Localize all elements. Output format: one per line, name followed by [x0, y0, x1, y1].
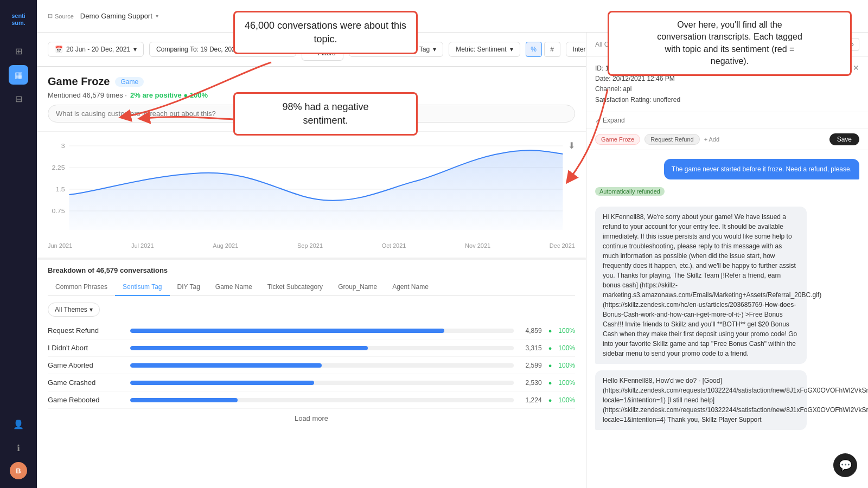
source-caret: ▾ [156, 13, 158, 19]
tag-game-froze[interactable]: Game Froze [595, 134, 640, 145]
metric-caret: ▾ [510, 46, 513, 53]
breakdown-area: Breakdown of 46,579 conversations Common… [37, 258, 586, 488]
auto-label-container: Automatically refunded [595, 186, 665, 200]
tab-agent-name[interactable]: Agent Name [385, 279, 436, 296]
x-label-dec: Dec 2021 [550, 242, 575, 249]
row-count: 4,859 [520, 327, 542, 335]
metric-toggle: % # [526, 42, 560, 57]
message-agent-1: Hi KFennell88, We're sorry about your ga… [595, 207, 807, 364]
topic-header: Game Froze Game [48, 75, 575, 88]
expand-btn[interactable]: ↗ Expand [586, 112, 868, 129]
x-label-jul: Jul 2021 [131, 242, 154, 249]
metric-filter[interactable]: Metric: Sentiment ▾ [449, 42, 520, 57]
interval-label: Interval: Monthly [573, 46, 586, 53]
load-more-btn[interactable]: Load more [48, 409, 575, 428]
breakdown-title: Breakdown of 46,579 conversations [48, 260, 575, 279]
row-label: Request Refund [48, 326, 124, 335]
right-panel: All Conversations › Game Froze ‹ › ✕ ID:… [586, 33, 868, 488]
x-label-nov: Nov 2021 [465, 242, 490, 249]
date-range-filter[interactable]: 📅 20 Jun - 20 Dec, 2021 ▾ [48, 42, 144, 57]
calendar-icon: 📅 [55, 46, 63, 53]
close-conv-btn[interactable]: ✕ [853, 63, 859, 72]
chart-x-labels: Jun 2021 Jul 2021 Aug 2021 Sep 2021 Oct … [48, 242, 575, 249]
positive-icon: ● [548, 380, 552, 386]
annotation-sentiment: 98% had a negativesentiment. [233, 92, 418, 136]
sidebar-icon-chart[interactable]: ▦ [9, 65, 28, 85]
row-count: 3,315 [520, 344, 542, 352]
tab-common-phrases[interactable]: Common Phrases [48, 279, 115, 296]
dimension-caret: ▾ [433, 46, 436, 53]
date-caret: ▾ [133, 46, 137, 53]
tab-group-name[interactable]: Group_Name [330, 279, 385, 296]
svg-text:1.5: 1.5 [55, 186, 65, 192]
table-row: Game Rebooted 1,224 ● 100% [48, 391, 575, 409]
x-label-sep: Sep 2021 [297, 242, 323, 249]
source-selector[interactable]: Demo Gaming Support ▾ [80, 12, 158, 20]
row-pct: 100% [558, 379, 575, 387]
all-themes-label: All Themes [55, 306, 87, 313]
sidebar-avatar[interactable]: B [10, 462, 27, 479]
sidebar-icon-person[interactable]: 👤 [9, 414, 28, 434]
row-count: 2,599 [520, 362, 542, 369]
x-label-aug: Aug 2021 [213, 242, 238, 249]
bar-track [130, 398, 514, 402]
tab-diy-tag[interactable]: DIY Tag [170, 279, 208, 296]
chart-area: ⬇ 3 2.25 1.5 0.75 [37, 131, 586, 258]
date-range-label: 20 Jun - 20 Dec, 2021 [66, 46, 130, 53]
download-icon[interactable]: ⬇ [568, 140, 575, 151]
row-label: I Didn't Abort [48, 344, 124, 352]
table-row: Request Refund 4,859 ● 100% [48, 322, 575, 339]
auto-label: Automatically refunded [595, 187, 665, 196]
all-themes-caret: ▾ [90, 306, 93, 313]
tag-request-refund[interactable]: Request Refund [644, 134, 700, 145]
database-icon: ⊟ [48, 12, 53, 20]
svg-text:3: 3 [61, 143, 65, 149]
metric-label: Metric: Sentiment [456, 46, 506, 53]
messages-area: The game never started before it froze. … [586, 150, 868, 439]
tab-game-name[interactable]: Game Name [208, 279, 260, 296]
bar-fill [130, 329, 444, 333]
positive-icon: ● [548, 397, 552, 403]
line-chart: 3 2.25 1.5 0.75 [48, 140, 575, 238]
sidebar-icon-grid[interactable]: ⊟ [9, 89, 28, 108]
source-name: Demo Gaming Support [80, 12, 152, 20]
conv-channel: Channel: api [595, 84, 859, 94]
save-btn[interactable]: Save [829, 133, 859, 145]
positive-icon: ● [548, 362, 552, 369]
row-pct: 100% [558, 327, 575, 335]
bar-track [130, 346, 514, 350]
positive-icon: ● [548, 328, 552, 334]
conv-satisfaction: Satisfaction Rating: unoffered [595, 95, 859, 105]
topic-tag: Game [115, 77, 144, 87]
conversation-detail: ✕ ID: 10322244 Date: 20/12/2021 12:46 PM… [586, 57, 868, 488]
chat-widget-btn[interactable]: 💬 [833, 453, 857, 477]
table-row: I Didn't Abort 3,315 ● 100% [48, 339, 575, 357]
svg-text:2.25: 2.25 [52, 164, 65, 171]
tab-ticket-sub[interactable]: Ticket Subcategory [260, 279, 330, 296]
tab-sentisum-tag[interactable]: Sentisum Tag [115, 279, 170, 296]
bar-container [130, 329, 514, 333]
content-area: 📅 20 Jun - 20 Dec, 2021 ▾ Comparing To: … [37, 33, 868, 488]
x-label-oct: Oct 2021 [382, 242, 406, 249]
stats-text: Mentioned 46,579 times · [48, 91, 127, 99]
breakdown-tabs: Common Phrases Sentisum Tag DIY Tag Game… [48, 279, 575, 296]
logo-text: sentisum. [11, 12, 25, 27]
message-agent-2: Hello KFennell88, How'd we do? - [Good] … [595, 370, 807, 430]
bar-container [130, 398, 514, 402]
bar-fill [130, 381, 314, 385]
row-pct: 100% [558, 362, 575, 369]
pct-toggle[interactable]: % [526, 42, 542, 57]
bar-track [130, 329, 514, 333]
interval-filter[interactable]: Interval: Monthly ▾ [566, 42, 586, 57]
svg-text:0.75: 0.75 [52, 208, 65, 214]
annotation-conversations: 46,000 conversations were about this top… [233, 11, 418, 54]
all-themes-btn[interactable]: All Themes ▾ [48, 303, 100, 317]
table-row: Game Crashed 2,530 ● 100% [48, 374, 575, 391]
hash-toggle[interactable]: # [544, 42, 560, 57]
annotation-transcripts: Over here, you'll find all theconversati… [608, 11, 852, 76]
add-tag-btn[interactable]: + Add [704, 136, 719, 143]
sidebar: sentisum. ⊞ ▦ ⊟ 👤 ℹ B [0, 0, 37, 488]
sidebar-icon-home[interactable]: ⊞ [9, 41, 28, 61]
row-label: Game Aborted [48, 361, 124, 369]
sidebar-icon-info[interactable]: ℹ [9, 438, 28, 458]
